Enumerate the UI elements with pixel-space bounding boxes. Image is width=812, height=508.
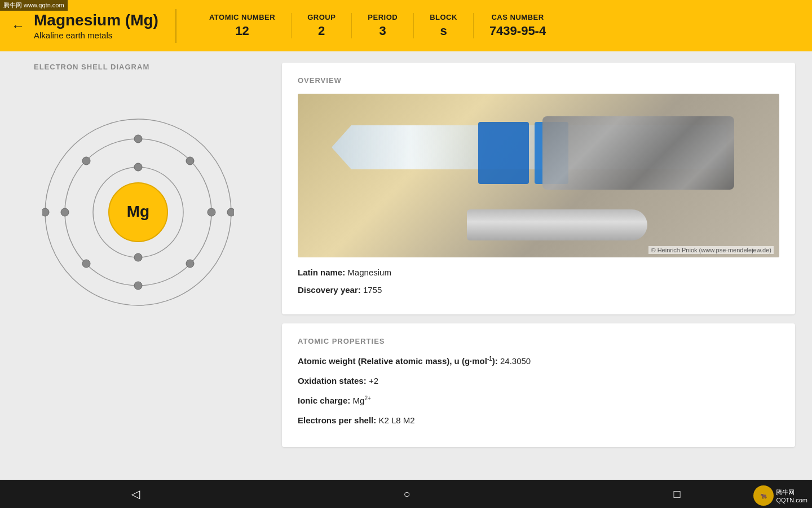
svg-text:Mg: Mg [127, 203, 149, 220]
prop-label-2: PERIOD [368, 13, 398, 21]
watermark-logo: 🐂 [753, 485, 774, 506]
bottom-watermark: 🐂 腾牛网 QQTN.com [749, 483, 812, 508]
main-content: ELECTRON SHELL DIAGRAM Mg [0, 51, 812, 480]
element-name: Magnesium (Mg) [34, 11, 158, 29]
mg-cylinder [467, 209, 647, 240]
atomic-weight-value: 24.3050 [500, 356, 531, 366]
svg-point-8 [208, 208, 215, 216]
latin-name-value: Magnesium [347, 268, 391, 277]
prop-label-0: ATOMIC NUMBER [209, 13, 275, 21]
svg-point-7 [186, 157, 194, 165]
atomic-weight-label: Atomic weight (Relative atomic mass), u … [298, 356, 498, 366]
right-panel[interactable]: OVERVIEW © Heinrich Pniok (www.pse-mende… [276, 51, 812, 480]
back-button[interactable]: ← [11, 18, 25, 34]
svg-point-6 [134, 135, 142, 143]
electron-shell-label: ELECTRON SHELL DIAGRAM [0, 63, 149, 71]
ionic-charge-row: Ionic charge: Mg2+ [298, 394, 779, 408]
prop-label-4: CAS NUMBER [491, 13, 544, 21]
header-prop-cas-number: CAS NUMBER 7439-95-4 [474, 13, 562, 38]
header-title-block: Magnesium (Mg) Alkaline earth metals [34, 11, 158, 40]
svg-point-12 [61, 208, 69, 216]
electrons-per-shell-value: K2 L8 M2 [378, 415, 414, 425]
header-prop-period: PERIOD 3 [352, 13, 414, 38]
svg-point-10 [134, 282, 142, 290]
atomic-properties-card: ATOMIC PROPERTIES Atomic weight (Relativ… [282, 323, 795, 447]
electrons-per-shell-label: Electrons per shell: [298, 415, 376, 425]
overview-section-label: OVERVIEW [298, 76, 779, 85]
latin-name-label: Latin name: [298, 268, 345, 277]
left-panel: ELECTRON SHELL DIAGRAM Mg [0, 51, 276, 480]
bottom-nav: ◁ ○ □ 🐂 腾牛网 QQTN.com [0, 480, 812, 508]
header-properties: ATOMIC NUMBER 12 GROUP 2 PERIOD 3 BLOCK … [193, 13, 801, 38]
prop-label-3: BLOCK [430, 13, 457, 21]
discovery-year-value: 1755 [363, 285, 382, 295]
oxidation-states-row: Oxidation states: +2 [298, 375, 779, 388]
image-copyright: © Heinrich Pniok (www.pse-mendelejew.de) [648, 246, 774, 254]
overview-image-bg: © Heinrich Pniok (www.pse-mendelejew.de) [298, 94, 779, 257]
discovery-year-row: Discovery year: 1755 [298, 284, 779, 297]
nav-back-button[interactable]: ◁ [120, 483, 151, 505]
watermark-text: 腾牛网 QQTN.com [776, 488, 807, 503]
electrons-per-shell-row: Electrons per shell: K2 L8 M2 [298, 414, 779, 427]
prop-value-2: 3 [379, 24, 386, 38]
svg-point-4 [134, 253, 142, 261]
prop-label-1: GROUP [307, 13, 336, 21]
overview-card: OVERVIEW © Heinrich Pniok (www.pse-mende… [282, 63, 795, 314]
nav-home-button[interactable]: ○ [392, 483, 421, 505]
prop-value-1: 2 [318, 24, 325, 38]
atomic-weight-row: Atomic weight (Relative atomic mass), u … [298, 354, 779, 368]
header-divider [175, 9, 176, 43]
overview-data: Latin name: Magnesium Discovery year: 17… [298, 266, 779, 296]
overview-image: © Heinrich Pniok (www.pse-mendelejew.de) [298, 94, 779, 257]
prop-value-0: 12 [235, 24, 249, 38]
prop-value-4: 7439-95-4 [489, 24, 546, 38]
atomic-properties-section-label: ATOMIC PROPERTIES [298, 337, 779, 345]
svg-point-13 [82, 157, 90, 165]
oxidation-states-value: +2 [369, 376, 378, 386]
discovery-year-label: Discovery year: [298, 285, 361, 295]
prop-value-3: s [440, 24, 447, 38]
svg-point-3 [134, 163, 142, 171]
header: ← Magnesium (Mg) Alkaline earth metals A… [0, 0, 812, 51]
blue-band-1 [478, 122, 529, 184]
svg-point-15 [227, 208, 234, 216]
header-prop-block: BLOCK s [414, 13, 474, 38]
nav-recents-button[interactable]: □ [662, 483, 691, 505]
header-prop-group: GROUP 2 [292, 13, 352, 38]
element-category: Alkaline earth metals [34, 30, 158, 40]
oxidation-states-label: Oxidation states: [298, 376, 367, 386]
svg-point-9 [186, 260, 194, 268]
electron-diagram: Mg [42, 116, 234, 308]
svg-point-11 [82, 260, 90, 268]
latin-name-row: Latin name: Magnesium [298, 266, 779, 279]
ionic-charge-value: Mg2+ [353, 396, 371, 405]
svg-point-16 [42, 208, 49, 216]
ionic-charge-label: Ionic charge: [298, 396, 350, 405]
mg-metal [542, 116, 734, 190]
header-prop-atomic-number: ATOMIC NUMBER 12 [193, 13, 292, 38]
watermark-top: 腾牛网 www.qqtn.com [0, 0, 68, 11]
